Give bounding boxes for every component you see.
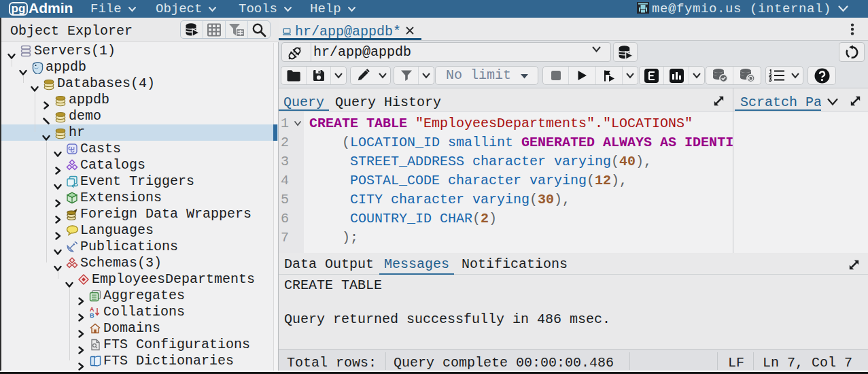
svg-text:B: B	[90, 312, 94, 318]
